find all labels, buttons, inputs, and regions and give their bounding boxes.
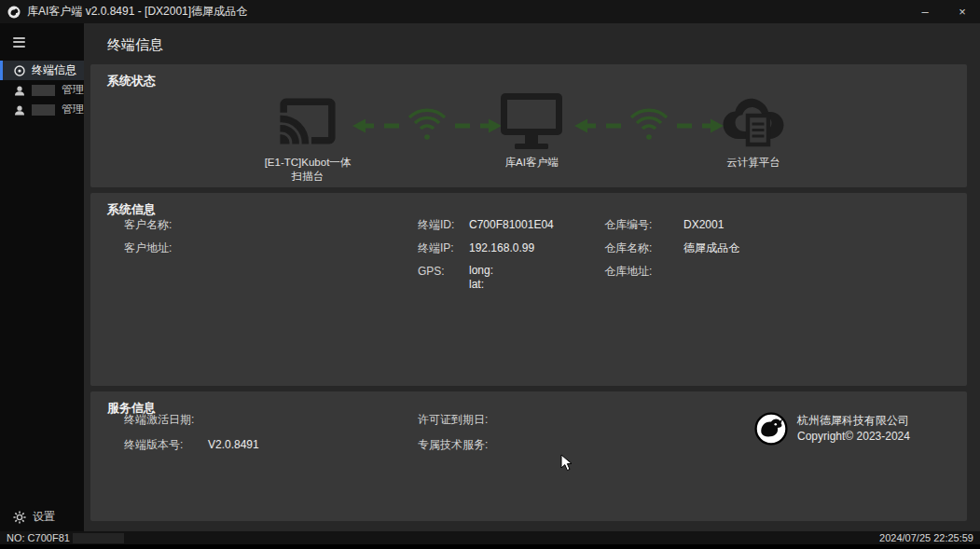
- redacted-text: [32, 104, 55, 116]
- field-label: 仓库名称:: [604, 240, 683, 255]
- settings-label: 设置: [33, 509, 55, 525]
- field-value: DX2001: [683, 217, 724, 232]
- field-warehouse-no: 仓库编号:DX2001: [604, 217, 739, 232]
- field-value: 德犀成品仓: [683, 240, 739, 255]
- service-info-panel: 服务信息 终端激活日期: 终端版本号:V2.0.8491 许可证到期日: 专属技…: [90, 391, 967, 521]
- terminal-no-text: NO: C700F81: [7, 532, 70, 543]
- field-label: 许可证到期日:: [418, 412, 502, 427]
- window-bottom-edge: [0, 544, 980, 549]
- sidebar-item-management-1[interactable]: 管理: [0, 80, 84, 100]
- panel-title: 系统信息: [90, 193, 967, 218]
- field-customer-address: 客户地址:: [124, 240, 172, 255]
- field-label: 终端IP:: [418, 240, 469, 255]
- field-value: V2.0.8491: [208, 437, 259, 452]
- system-info-column-customer: 客户名称: 客户地址:: [124, 217, 172, 264]
- service-info-column-left: 终端激活日期: 终端版本号:V2.0.8491: [124, 412, 259, 462]
- system-info-panel: 系统信息 客户名称: 客户地址: 终端ID:C700F81001E04 终端IP…: [90, 193, 967, 386]
- field-value: C700F81001E04: [469, 217, 554, 232]
- field-value: 192.168.0.99: [469, 240, 534, 255]
- field-label: 终端版本号:: [124, 437, 208, 452]
- redacted-text: [32, 85, 55, 96]
- window-body: 终端信息 管理 管理: [0, 23, 980, 531]
- mouse-cursor: [560, 454, 573, 476]
- target-icon: [13, 64, 26, 77]
- sidebar-nav: 终端信息 管理 管理: [0, 61, 84, 119]
- system-status-panel: 系统状态 [E1-TC]Kubot一体 扫描台: [90, 64, 967, 187]
- field-warehouse-address: 仓库地址:: [604, 264, 739, 279]
- redacted-text: [73, 533, 124, 543]
- arrow-left-icon: [352, 119, 399, 133]
- menu-toggle-button[interactable]: [0, 29, 84, 61]
- field-label: GPS:: [418, 264, 469, 279]
- cloud-node: 云计算平台: [683, 79, 823, 170]
- statusbar: NO: C700F81 2024/07/25 22:25:59: [0, 531, 980, 544]
- sidebar-item-label: 管理: [62, 82, 84, 98]
- field-license-expiry: 许可证到期日:: [418, 412, 502, 427]
- field-label: 终端ID:: [418, 217, 469, 232]
- company-block: 杭州德犀科技有限公司 Copyright© 2023-2024: [754, 412, 910, 446]
- field-label: 仓库编号:: [604, 217, 683, 232]
- field-label: 仓库地址:: [604, 264, 683, 279]
- field-customer-name: 客户名称:: [124, 217, 172, 232]
- company-name: 杭州德犀科技有限公司: [797, 413, 910, 429]
- wifi-icon: [409, 110, 445, 140]
- arrow-left-icon: [574, 119, 621, 133]
- sidebar-item-label: 终端信息: [32, 62, 76, 78]
- titlebar-left: 库AI客户端 v2.0.8491 - [DX2001]德犀成品仓: [7, 4, 247, 20]
- minimize-button[interactable]: –: [918, 0, 932, 23]
- field-label: 专属技术服务:: [418, 437, 502, 452]
- field-value: long:lat:: [469, 264, 493, 292]
- cloud-icon: [683, 79, 823, 150]
- worker-icon: [13, 84, 26, 97]
- field-terminal-ip: 终端IP:192.168.0.99: [418, 240, 554, 255]
- titlebar: 库AI客户端 v2.0.8491 - [DX2001]德犀成品仓 – ×: [0, 0, 980, 23]
- sidebar-item-management-2[interactable]: 管理: [0, 100, 84, 119]
- main-content: 终端信息 系统状态 [E1-TC]Kubot一体 扫描台: [84, 23, 980, 531]
- node-label: 库AI客户端: [462, 156, 601, 170]
- wifi-icon: [631, 110, 667, 140]
- window-controls: – ×: [918, 0, 969, 23]
- sidebar-item-label: 管理: [62, 102, 84, 117]
- app-logo-icon: [7, 6, 21, 19]
- system-info-column-terminal: 终端ID:C700F81001E04 终端IP:192.168.0.99 GPS…: [418, 217, 554, 300]
- sidebar-item-terminal-info[interactable]: 终端信息: [0, 61, 84, 80]
- field-label: 客户名称:: [124, 217, 172, 232]
- field-label: 客户地址:: [124, 240, 172, 255]
- window-title: 库AI客户端 v2.0.8491 - [DX2001]德犀成品仓: [27, 4, 247, 20]
- page-title: 终端信息: [90, 23, 967, 64]
- system-info-column-warehouse: 仓库编号:DX2001 仓库名称:德犀成品仓 仓库地址:: [604, 217, 739, 287]
- field-tech-service: 专属技术服务:: [418, 437, 502, 452]
- close-button[interactable]: ×: [956, 0, 969, 23]
- statusbar-datetime: 2024/07/25 22:25:59: [879, 532, 973, 543]
- app-window: 库AI客户端 v2.0.8491 - [DX2001]德犀成品仓 – × 终端信…: [0, 0, 980, 549]
- field-terminal-id: 终端ID:C700F81001E04: [418, 217, 554, 232]
- rhino-logo-icon: [754, 412, 788, 446]
- field-version: 终端版本号:V2.0.8491: [124, 437, 259, 452]
- company-text: 杭州德犀科技有限公司 Copyright© 2023-2024: [797, 413, 910, 445]
- node-label: [E1-TC]Kubot一体 扫描台: [238, 156, 378, 184]
- worker-icon: [13, 103, 26, 117]
- field-activation-date: 终端激活日期:: [124, 412, 259, 427]
- node-label: 云计算平台: [683, 156, 823, 170]
- sidebar: 终端信息 管理 管理: [0, 23, 84, 531]
- statusbar-terminal-no: NO: C700F81: [7, 532, 124, 543]
- field-gps: GPS:long:lat:: [418, 264, 554, 292]
- field-warehouse-name: 仓库名称:德犀成品仓: [604, 240, 739, 255]
- gear-icon: [13, 511, 26, 524]
- service-info-column-right: 许可证到期日: 专属技术服务:: [418, 412, 502, 462]
- sidebar-item-settings[interactable]: 设置: [0, 509, 55, 525]
- copyright: Copyright© 2023-2024: [797, 429, 910, 445]
- field-label: 终端激活日期:: [124, 412, 208, 427]
- hamburger-icon: [13, 37, 84, 48]
